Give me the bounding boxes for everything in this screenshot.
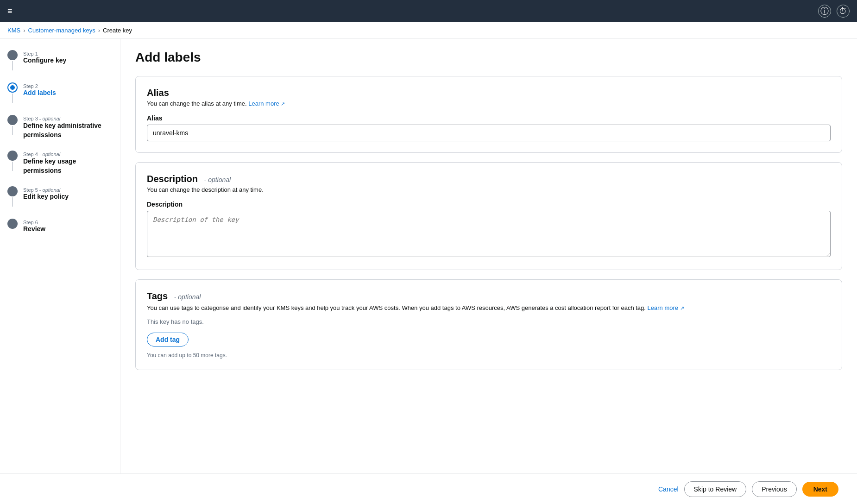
step1-line <box>12 61 13 70</box>
step2-label: Step 2 <box>23 83 56 89</box>
info-icon[interactable]: ⓘ <box>818 5 831 18</box>
description-section-subtitle: You can change the description at any ti… <box>147 186 831 193</box>
alias-section-subtitle: You can change the alias at any time. Le… <box>147 100 831 107</box>
step6-circle <box>7 219 18 229</box>
step3-circle <box>7 115 18 125</box>
description-field-label: Description <box>147 201 831 208</box>
step3-optional: optional <box>43 116 61 121</box>
top-navigation: ≡ ⓘ ⏱ <box>0 0 857 22</box>
step5-title: Edit key policy <box>23 193 69 200</box>
sidebar-item-step4[interactable]: Step 4 - optional Define key usage permi… <box>7 151 113 175</box>
tags-external-icon: ↗ <box>680 305 684 311</box>
description-textarea[interactable] <box>147 211 831 257</box>
step1-title: Configure key <box>23 57 66 64</box>
step6-label: Step 6 <box>23 220 45 225</box>
alias-learn-more-link[interactable]: Learn more <box>248 100 279 107</box>
step1-label: Step 1 <box>23 51 66 57</box>
sidebar: Step 1 Configure key Step 2 Add labels <box>0 39 120 501</box>
tags-limit-text: You can add up to 50 more tags. <box>147 352 831 359</box>
step6-title: Review <box>23 225 45 233</box>
footer: Cancel Skip to Review Previous Next <box>0 473 857 504</box>
tags-optional-label: - optional <box>174 293 201 301</box>
breadcrumb: KMS › Customer-managed keys › Create key <box>0 22 857 39</box>
description-section-title: Description - optional <box>147 174 831 184</box>
next-button[interactable]: Next <box>802 482 838 497</box>
step3-title: Define key administrative permissions <box>23 121 113 139</box>
sidebar-item-step3[interactable]: Step 3 - optional Define key administrat… <box>7 115 113 139</box>
sidebar-item-step2[interactable]: Step 2 Add labels <box>7 82 113 104</box>
alias-field-label: Alias <box>147 114 831 122</box>
page-title: Add labels <box>135 50 842 65</box>
step1-circle <box>7 50 18 60</box>
hamburger-icon[interactable]: ≡ <box>7 6 13 16</box>
step4-optional: optional <box>43 151 61 157</box>
step2-circle <box>7 82 18 93</box>
description-section: Description - optional You can change th… <box>135 162 842 270</box>
breadcrumb-sep-2: › <box>98 27 100 34</box>
alias-subtitle-text: You can change the alias at any time. <box>147 100 247 107</box>
previous-button[interactable]: Previous <box>752 481 796 497</box>
description-optional-label: - optional <box>204 176 231 183</box>
alias-section-title: Alias <box>147 88 831 98</box>
tags-learn-more-link[interactable]: Learn more <box>648 304 678 311</box>
step5-label: Step 5 - optional <box>23 187 69 193</box>
tags-section: Tags - optional You can use tags to cate… <box>135 279 842 370</box>
skip-to-review-button[interactable]: Skip to Review <box>684 481 747 497</box>
main-content: Add labels Alias You can change the alia… <box>120 39 857 501</box>
cancel-button[interactable]: Cancel <box>658 485 679 493</box>
step5-optional: optional <box>43 187 61 193</box>
alias-section: Alias You can change the alias at any ti… <box>135 76 842 153</box>
alias-external-icon: ↗ <box>281 101 285 107</box>
step2-circle-inner <box>10 85 15 90</box>
step3-line <box>12 126 13 135</box>
tags-section-title: Tags - optional <box>147 291 831 302</box>
breadcrumb-sep-1: › <box>23 27 25 34</box>
alias-input[interactable] <box>147 125 831 141</box>
description-title-text: Description <box>147 174 198 184</box>
tags-description: You can use tags to categorise and ident… <box>147 303 831 313</box>
step2-line <box>12 94 13 103</box>
step5-circle <box>7 186 18 196</box>
step2-title: Add labels <box>23 89 56 96</box>
step4-title: Define key usage permissions <box>23 157 113 175</box>
sidebar-item-step5[interactable]: Step 5 - optional Edit key policy <box>7 186 113 208</box>
no-tags-text: This key has no tags. <box>147 318 831 325</box>
step4-line <box>12 162 13 171</box>
step5-line <box>12 197 13 207</box>
sidebar-item-step6[interactable]: Step 6 Review <box>7 219 113 233</box>
breadcrumb-customer-managed-keys-link[interactable]: Customer-managed keys <box>28 27 95 34</box>
add-tag-button[interactable]: Add tag <box>147 333 189 346</box>
step4-label: Step 4 - optional <box>23 151 113 157</box>
step3-label: Step 3 - optional <box>23 116 113 121</box>
breadcrumb-kms-link[interactable]: KMS <box>7 27 20 34</box>
history-icon[interactable]: ⏱ <box>837 5 850 18</box>
sidebar-item-step1[interactable]: Step 1 Configure key <box>7 50 113 71</box>
breadcrumb-current: Create key <box>103 27 132 34</box>
main-layout: Step 1 Configure key Step 2 Add labels <box>0 39 857 501</box>
tags-title-text: Tags <box>147 291 168 301</box>
step4-circle <box>7 151 18 161</box>
tags-desc-text: You can use tags to categorise and ident… <box>147 304 646 311</box>
